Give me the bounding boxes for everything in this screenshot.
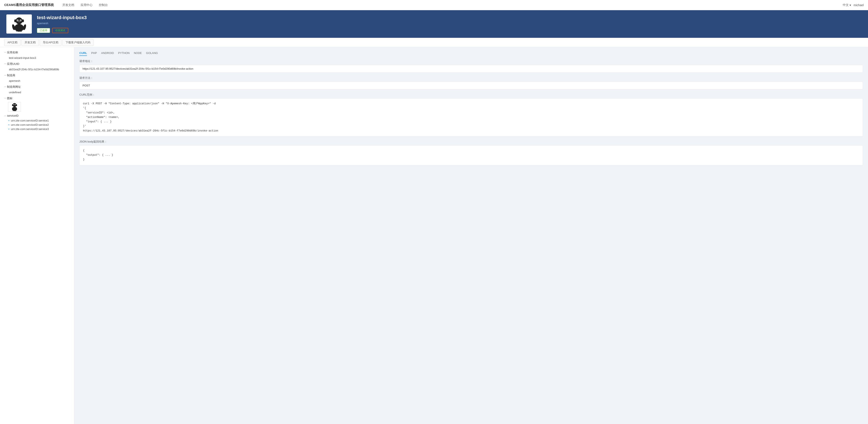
nav-app-center[interactable]: 应用中心 <box>81 3 92 7</box>
tree-label-maker-website: ─ 制造商网址 <box>4 85 70 90</box>
toggle-maker-website[interactable]: ─ <box>4 85 6 88</box>
tree-section-app-name: ─ 应用名称 test-wizard-input-box3 <box>4 51 70 59</box>
tab-api-docs[interactable]: API文档 <box>4 39 21 46</box>
tree-value-app-name: test-wizard-input-box3 <box>8 56 70 59</box>
right-controls: 中文 ▾ michael <box>843 3 864 7</box>
tag-online-test-button[interactable]: 在线测试 <box>52 28 68 33</box>
svg-point-6 <box>20 20 21 21</box>
svg-point-19 <box>15 104 16 105</box>
nav-links: 开发文档 应用中心 控制台 <box>62 3 843 7</box>
code-tab-python[interactable]: PYTHON <box>118 51 130 56</box>
tree-section-service-id: ─ serviceID + urn:zte-com:serviceID:serv… <box>4 114 70 131</box>
json-body-code: { "output": { ... } } <box>79 145 863 165</box>
code-tab-php[interactable]: PHP <box>91 51 97 56</box>
request-method-label: 请求方法： <box>79 76 863 80</box>
json-body-section: JSON body返回结果： { "output": { ... } } <box>79 140 863 165</box>
tab-export-api[interactable]: 导出API文档 <box>40 39 62 46</box>
curl-example-code: curl -X POST -H "Content-Type: applicati… <box>79 98 863 136</box>
tree-label-app-name: ─ 应用名称 <box>4 51 70 55</box>
service-item-1[interactable]: + urn:zte-com:serviceID:service1 <box>8 119 70 122</box>
toggle-icon[interactable]: ─ <box>4 96 6 100</box>
app-info: test-wizard-input-box3 apemesh 已使用 在线测试 <box>37 15 862 33</box>
expand-icon-1: + <box>8 119 10 122</box>
tree-label-maker: ─ 制造商 <box>4 74 70 78</box>
section-title-maker-website: 制造商网址 <box>7 85 21 89</box>
user-menu[interactable]: michael <box>854 3 864 7</box>
main-layout: ─ 应用名称 test-wizard-input-box3 ─ 应用UUID a… <box>0 47 868 424</box>
request-method-value: POST <box>79 82 863 89</box>
brand-title: CEAMS通用企业应用接口管理系统 <box>4 3 54 7</box>
section-title-icon: 图标 <box>7 96 12 100</box>
top-nav: CEAMS通用企业应用接口管理系统 开发文档 应用中心 控制台 中文 ▾ mic… <box>0 0 868 10</box>
curl-example-label: CURL范例： <box>79 93 863 97</box>
toggle-maker[interactable]: ─ <box>4 74 6 77</box>
app-header: APE test-wizard-input-box3 apemesh 已使用 在… <box>0 10 868 38</box>
service-label-1: urn:zte-com:serviceID:service1 <box>11 119 49 122</box>
svg-point-7 <box>18 21 20 22</box>
tree-value-maker-website: undefined <box>8 90 70 94</box>
section-title-app-name: 应用名称 <box>7 51 18 54</box>
service-label-2: urn:zte-com:serviceID:service2 <box>11 123 49 126</box>
app-name: test-wizard-input-box3 <box>37 15 862 20</box>
service-item-3[interactable]: + urn:zte-com:serviceID:service3 <box>8 128 70 131</box>
code-tabs: CURL PHP ANDROID PYTHON NODE GOLANG <box>79 51 863 56</box>
json-body-label: JSON body返回结果： <box>79 140 863 144</box>
expand-icon-2: + <box>8 123 10 126</box>
svg-point-20 <box>12 104 13 106</box>
right-panel: CURL PHP ANDROID PYTHON NODE GOLANG 请求地址… <box>74 47 868 424</box>
left-panel: ─ 应用名称 test-wizard-input-box3 ─ 应用UUID a… <box>0 47 74 424</box>
toggle-app-name[interactable]: ─ <box>4 51 6 54</box>
icon-preview-svg: APE <box>9 103 20 111</box>
svg-point-21 <box>16 104 17 106</box>
toggle-service-id[interactable]: ─ <box>4 114 6 117</box>
tree-label-app-uuid: ─ 应用UUID <box>4 62 70 67</box>
section-title-service-id: serviceID <box>7 114 19 117</box>
svg-point-8 <box>14 19 16 22</box>
code-tab-curl[interactable]: CURL <box>79 51 87 56</box>
tree-service-items: + urn:zte-com:serviceID:service1 + urn:z… <box>8 119 70 131</box>
tree-section-app-uuid: ─ 应用UUID ab31ea2f-204c-5f1c-b154-f7e0d29… <box>4 62 70 71</box>
tree-label-service-id: ─ serviceID <box>4 114 70 118</box>
code-tab-node[interactable]: NODE <box>134 51 142 56</box>
tree-value-maker: apemesh <box>8 79 70 82</box>
tab-dev-docs[interactable]: 开发文档 <box>22 39 39 46</box>
language-button[interactable]: 中文 ▾ <box>843 3 851 7</box>
svg-point-14 <box>12 103 16 107</box>
app-maker: apemesh <box>37 22 862 25</box>
tag-used: 已使用 <box>37 28 50 33</box>
svg-point-5 <box>17 20 18 21</box>
code-tab-android[interactable]: ANDROID <box>101 51 114 56</box>
nav-console[interactable]: 控制台 <box>99 3 108 7</box>
tab-download-client[interactable]: 下载客户端接入代码 <box>62 39 94 46</box>
code-tab-golang[interactable]: GOLANG <box>146 51 158 56</box>
service-item-2[interactable]: + urn:zte-com:serviceID:service2 <box>8 123 70 126</box>
request-method-section: 请求方法： POST <box>79 76 863 89</box>
section-title-maker: 制造商 <box>7 74 15 77</box>
app-logo: APE <box>6 15 32 34</box>
app-tags: 已使用 在线测试 <box>37 28 862 33</box>
request-url-value: https://121.43.107.95:9527/devices/ab31e… <box>79 65 863 73</box>
svg-text:APE: APE <box>13 109 16 111</box>
tree-label-icon: ─ 图标 <box>4 96 70 101</box>
svg-point-18 <box>13 104 14 105</box>
service-label-3: urn:zte-com:serviceID:service3 <box>11 128 49 131</box>
section-title-app-uuid: 应用UUID <box>7 62 19 66</box>
curl-example-section: CURL范例： curl -X POST -H "Content-Type: a… <box>79 93 863 136</box>
nav-dev-docs[interactable]: 开发文档 <box>62 3 74 7</box>
svg-point-1 <box>16 18 23 24</box>
request-url-section: 请求地址： https://121.43.107.95:9527/devices… <box>79 59 863 73</box>
tabs-bar: API文档 开发文档 导出API文档 下载客户端接入代码 <box>0 38 868 47</box>
app-logo-svg: APE <box>8 16 30 32</box>
toggle-app-uuid[interactable]: ─ <box>4 62 6 65</box>
tree-icon-image: APE <box>8 102 21 112</box>
expand-icon-3: + <box>8 128 10 131</box>
svg-point-9 <box>22 19 24 22</box>
svg-text:APE: APE <box>16 29 22 32</box>
tree-section-maker-website: ─ 制造商网址 undefined <box>4 85 70 94</box>
tree-section-icon: ─ 图标 APE <box>4 96 70 112</box>
tree-value-app-uuid: ab31ea2f-204c-5f1c-b154-f7e0d290d69b <box>8 67 70 71</box>
request-url-label: 请求地址： <box>79 59 863 63</box>
tree-section-maker: ─ 制造商 apemesh <box>4 74 70 82</box>
